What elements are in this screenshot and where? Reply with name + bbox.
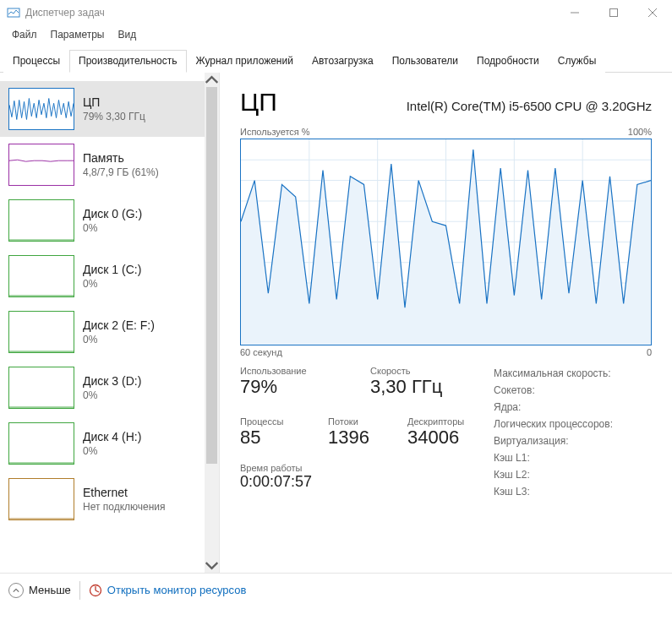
open-resource-monitor-link[interactable]: Открыть монитор ресурсов — [89, 584, 246, 597]
disk-thumb-icon — [8, 199, 74, 242]
right-l2: Кэш L2: — [494, 469, 652, 481]
titlebar: Диспетчер задач — [0, 0, 672, 25]
stat-processes: Процессы 85 — [240, 416, 308, 455]
chevron-up-icon — [8, 583, 24, 598]
chart-top-labels: Используется % 100% — [240, 127, 652, 137]
tab-services[interactable]: Службы — [549, 50, 605, 73]
sidebar-item-disk-2[interactable]: Диск 0 (G:)0% — [0, 193, 205, 248]
sidebar-item-sub: 79% 3,30 ГГц — [83, 111, 145, 122]
sidebar-item-sub: 4,8/7,9 ГБ (61%) — [83, 166, 159, 178]
sidebar-item-sub: Нет подключения — [83, 501, 166, 513]
sidebar-item-sub: 0% — [83, 278, 141, 290]
maximize-button[interactable] — [594, 0, 633, 25]
sidebar-item-disk-3[interactable]: Диск 1 (C:)0% — [0, 248, 205, 304]
scroll-track[interactable] — [205, 87, 219, 558]
right-cores: Ядра: — [494, 401, 652, 413]
footer-divider — [79, 581, 80, 600]
stat-handles: Дескрипторы 34006 — [407, 416, 484, 455]
tab-details[interactable]: Подробности — [467, 50, 549, 73]
resource-monitor-icon — [89, 584, 102, 597]
tabs: Процессы Производительность Журнал прило… — [0, 47, 672, 73]
sidebar-item-sub: 0% — [83, 334, 155, 345]
tab-users[interactable]: Пользователи — [383, 50, 467, 73]
svg-line-22 — [96, 590, 99, 592]
mem-thumb-icon — [8, 144, 74, 186]
sidebar-item-title: ЦП — [83, 95, 145, 109]
minimize-button[interactable] — [555, 0, 594, 25]
disk-thumb-icon — [8, 367, 74, 409]
right-max-speed: Максимальная скорость: — [494, 367, 652, 379]
menubar: Файл Параметры Вид — [0, 25, 672, 44]
stat-uptime: Время работы 0:00:07:57 — [240, 463, 494, 498]
scroll-up-icon[interactable] — [205, 73, 219, 87]
cpu-chart[interactable] — [240, 139, 652, 345]
tab-processes[interactable]: Процессы — [3, 50, 69, 73]
chart-y-label: Используется % — [240, 127, 310, 137]
main-area: ЦП79% 3,30 ГГцПамять4,8/7,9 ГБ (61%)Диск… — [0, 73, 672, 573]
sidebar-item-disk-5[interactable]: Диск 3 (D:)0% — [0, 360, 205, 416]
disk-thumb-icon — [8, 311, 74, 353]
menu-view[interactable]: Вид — [111, 27, 143, 42]
disk-thumb-icon — [8, 255, 74, 297]
sidebar-item-disk-4[interactable]: Диск 2 (E: F:)0% — [0, 304, 205, 360]
disk-thumb-icon — [8, 422, 74, 465]
chart-x-right: 0 — [647, 347, 652, 357]
stat-speed: Скорость 3,30 ГГц — [370, 366, 455, 405]
close-button[interactable] — [633, 0, 672, 25]
window-title: Диспетчер задач — [25, 7, 555, 19]
sidebar-item-sub: 0% — [83, 445, 141, 457]
chart-x-left: 60 секунд — [240, 347, 282, 357]
tab-apphistory[interactable]: Журнал приложений — [187, 50, 303, 73]
right-virt: Виртуализация: — [494, 435, 652, 447]
svg-rect-0 — [8, 8, 19, 17]
window-controls — [555, 0, 672, 25]
chart-bottom-labels: 60 секунд 0 — [240, 347, 652, 357]
right-l1: Кэш L1: — [494, 452, 652, 464]
sidebar-item-title: Диск 4 (H:) — [83, 430, 141, 443]
sidebar-item-cpu-0[interactable]: ЦП79% 3,30 ГГц — [0, 81, 205, 137]
sidebar-item-title: Диск 1 (C:) — [83, 263, 141, 276]
menu-file[interactable]: Файл — [5, 27, 44, 42]
stat-threads: Потоки 1396 — [328, 416, 387, 455]
sidebar-item-net-7[interactable]: EthernetНет подключения — [0, 471, 205, 527]
menu-options[interactable]: Параметры — [44, 27, 112, 42]
footer: Меньше Открыть монитор ресурсов — [0, 573, 672, 606]
sidebar-item-sub: 0% — [83, 389, 141, 401]
detail-header: ЦП Intel(R) Core(TM) i5-6500 CPU @ 3.20G… — [240, 88, 652, 117]
sidebar-item-title: Память — [83, 151, 159, 165]
sidebar-item-disk-6[interactable]: Диск 4 (H:)0% — [0, 416, 205, 471]
right-l3: Кэш L3: — [494, 486, 652, 498]
cpu-thumb-icon — [8, 88, 74, 130]
detail-pane: ЦП Intel(R) Core(TM) i5-6500 CPU @ 3.20G… — [220, 73, 672, 573]
tab-performance[interactable]: Производительность — [69, 50, 186, 73]
scroll-down-icon[interactable] — [205, 558, 219, 573]
stats: Использование 79% Скорость 3,30 ГГц Проц… — [240, 366, 652, 503]
sidebar-item-title: Диск 3 (D:) — [83, 374, 141, 388]
sidebar-scrollbar[interactable] — [205, 73, 219, 573]
fewer-details-button[interactable]: Меньше — [8, 583, 71, 598]
net-thumb-icon — [8, 478, 74, 520]
sidebar-item-sub: 0% — [83, 222, 142, 234]
detail-title: ЦП — [240, 88, 277, 117]
sidebar-item-mem-1[interactable]: Память4,8/7,9 ГБ (61%) — [0, 137, 205, 193]
scroll-thumb[interactable] — [206, 87, 217, 464]
sidebar-item-title: Ethernet — [83, 486, 166, 499]
tab-startup[interactable]: Автозагрузка — [303, 50, 383, 73]
stats-left: Использование 79% Скорость 3,30 ГГц Проц… — [240, 366, 494, 503]
sidebar: ЦП79% 3,30 ГГцПамять4,8/7,9 ГБ (61%)Диск… — [0, 73, 220, 573]
cpu-model: Intel(R) Core(TM) i5-6500 CPU @ 3.20GHz — [407, 99, 652, 113]
right-logical: Логических процессоров: — [494, 418, 652, 430]
right-sockets: Сокетов: — [494, 384, 652, 396]
task-manager-icon — [7, 6, 20, 19]
stats-right: Максимальная скорость: Сокетов: Ядра: Ло… — [494, 366, 652, 503]
sidebar-item-title: Диск 0 (G:) — [83, 207, 142, 220]
chart-y-max: 100% — [628, 127, 652, 137]
stat-utilization: Использование 79% — [240, 366, 350, 405]
svg-rect-2 — [610, 9, 618, 17]
sidebar-item-title: Диск 2 (E: F:) — [83, 318, 155, 332]
